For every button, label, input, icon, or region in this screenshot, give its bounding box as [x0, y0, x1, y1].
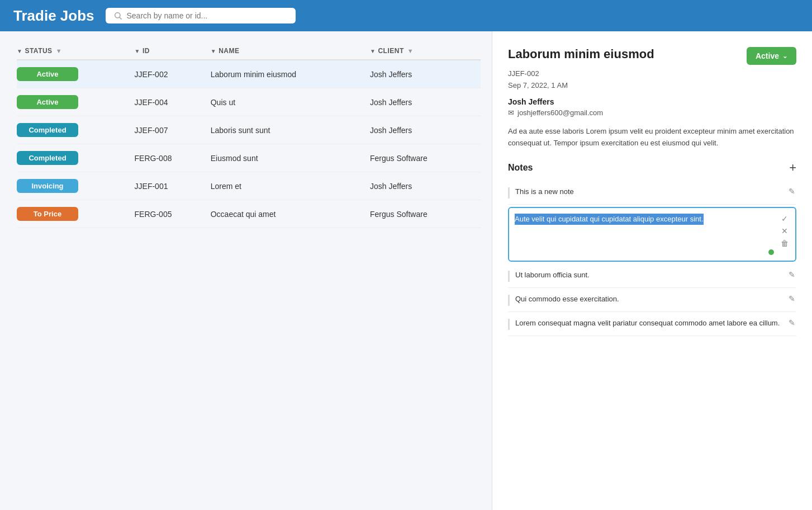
- table-row[interactable]: Completed FERG-008 Eiusmod sunt Fergus S…: [17, 144, 481, 172]
- detail-client-name: Josh Jeffers: [508, 97, 796, 106]
- note-edit-button[interactable]: ✎: [787, 318, 796, 328]
- row-id: FERG-005: [135, 200, 211, 228]
- col-client-label: CLIENT: [378, 47, 403, 55]
- col-name-label: NAME: [219, 47, 239, 55]
- search-bar[interactable]: [106, 8, 296, 23]
- note-item: Qui commodo esse exercitation. ✎: [508, 288, 796, 312]
- status-badge: Completed: [17, 151, 78, 165]
- note-delete-button[interactable]: 🗑: [780, 238, 790, 248]
- detail-date: Sep 7, 2022, 1 AM: [508, 81, 796, 89]
- note-bar: [508, 319, 510, 330]
- row-client: Josh Jeffers: [370, 88, 481, 116]
- svg-line-1: [120, 17, 122, 20]
- note-bar: [508, 271, 510, 282]
- note-actions: ✎: [787, 294, 796, 304]
- note-edit-button[interactable]: ✎: [787, 186, 796, 196]
- notes-header: Notes +: [508, 162, 796, 174]
- row-client: Josh Jeffers: [370, 116, 481, 144]
- note-indicator-dot: [768, 249, 774, 255]
- status-filter-icon[interactable]: ▼: [56, 48, 62, 54]
- note-text: Qui commodo esse exercitation.: [515, 294, 782, 305]
- email-icon: ✉: [508, 108, 514, 117]
- row-name: Lorem et: [211, 172, 370, 200]
- table-row[interactable]: Completed JJEF-007 Laboris sunt sunt Jos…: [17, 116, 481, 144]
- status-badge: Active: [17, 67, 78, 81]
- search-input[interactable]: [127, 11, 288, 20]
- note-item: This is a new note ✎: [508, 181, 796, 205]
- status-dropdown-button[interactable]: Active ⌄: [747, 47, 796, 65]
- row-name: Eiusmod sunt: [211, 144, 370, 172]
- note-bar: [508, 187, 510, 199]
- note-actions: ✎: [787, 186, 796, 196]
- client-sort-arrow: ▼: [370, 48, 376, 54]
- col-client[interactable]: ▼ CLIENT ▼: [370, 42, 481, 60]
- row-id: JJEF-007: [135, 116, 211, 144]
- note-actions: ✎: [787, 318, 796, 328]
- row-client: Josh Jeffers: [370, 60, 481, 88]
- note-text: Lorem consequat magna velit pariatur con…: [515, 318, 782, 329]
- note-text: Ut laborum officia sunt.: [515, 270, 782, 281]
- col-name[interactable]: ▼ NAME: [211, 42, 370, 60]
- row-name: Laborum minim eiusmod: [211, 60, 370, 88]
- chevron-down-icon: ⌄: [782, 53, 787, 60]
- table-row[interactable]: Invoicing JJEF-001 Lorem et Josh Jeffers: [17, 172, 481, 200]
- row-status: To Price: [17, 200, 135, 228]
- row-name: Quis ut: [211, 88, 370, 116]
- note-actions: ✎: [787, 270, 796, 280]
- row-status: Active: [17, 60, 135, 88]
- detail-client-email: ✉ joshjeffers600@gmail.com: [508, 108, 796, 117]
- table-row[interactable]: To Price FERG-005 Occaecat qui amet Ferg…: [17, 200, 481, 228]
- row-client: Josh Jeffers: [370, 172, 481, 200]
- search-icon: [113, 11, 122, 20]
- note-edit-area: Aute velit qui cupidatat qui cupidatat a…: [515, 214, 774, 255]
- job-table: ▼ STATUS ▼ ▼ ID ▼ NA: [17, 42, 481, 228]
- status-badge: Active: [17, 95, 78, 109]
- table-row[interactable]: Active JJEF-004 Quis ut Josh Jeffers: [17, 88, 481, 116]
- status-sort-arrow: ▼: [17, 48, 22, 54]
- table-row[interactable]: Active JJEF-002 Laborum minim eiusmod Jo…: [17, 60, 481, 88]
- notes-list: This is a new note ✎ Aute velit qui cupi…: [508, 181, 796, 336]
- col-id[interactable]: ▼ ID: [135, 42, 211, 60]
- name-sort-arrow: ▼: [211, 48, 216, 54]
- status-badge: To Price: [17, 207, 78, 221]
- add-note-button[interactable]: +: [789, 162, 796, 174]
- app-title: Tradie Jobs: [13, 7, 94, 25]
- row-id: JJEF-004: [135, 88, 211, 116]
- table-header-row: ▼ STATUS ▼ ▼ ID ▼ NA: [17, 42, 481, 60]
- col-id-label: ID: [143, 47, 150, 55]
- note-text: This is a new note: [515, 186, 782, 197]
- svg-point-0: [115, 13, 120, 18]
- row-name: Occaecat qui amet: [211, 200, 370, 228]
- row-name: Laboris sunt sunt: [211, 116, 370, 144]
- note-cancel-button[interactable]: ✕: [780, 226, 790, 236]
- detail-header: Laborum minim eiusmod Active ⌄: [508, 47, 796, 65]
- row-id: FERG-008: [135, 144, 211, 172]
- status-badge: Invoicing: [17, 179, 78, 193]
- client-filter-icon[interactable]: ▼: [407, 48, 414, 54]
- note-textarea[interactable]: Aute velit qui cupidatat qui cupidatat a…: [515, 214, 774, 253]
- row-status: Active: [17, 88, 135, 116]
- notes-title: Notes: [508, 163, 533, 173]
- note-edit-button[interactable]: ✎: [787, 270, 796, 280]
- note-item: Ut laborum officia sunt. ✎: [508, 264, 796, 288]
- row-id: JJEF-001: [135, 172, 211, 200]
- row-id: JJEF-002: [135, 60, 211, 88]
- status-badge: Completed: [17, 123, 78, 137]
- detail-panel: Laborum minim eiusmod Active ⌄ JJEF-002 …: [492, 31, 812, 510]
- job-list-panel: ▼ STATUS ▼ ▼ ID ▼ NA: [0, 31, 492, 510]
- id-sort-arrow: ▼: [135, 48, 140, 54]
- row-status: Invoicing: [17, 172, 135, 200]
- client-email-text: joshjeffers600@gmail.com: [517, 108, 603, 117]
- note-confirm-button[interactable]: ✓: [780, 214, 790, 224]
- note-item: Lorem consequat magna velit pariatur con…: [508, 312, 796, 336]
- detail-title: Laborum minim eiusmod: [508, 47, 654, 62]
- note-bar: [508, 295, 510, 306]
- note-edit-button[interactable]: ✎: [787, 294, 796, 304]
- row-client: Fergus Software: [370, 200, 481, 228]
- col-status[interactable]: ▼ STATUS ▼: [17, 42, 135, 60]
- app-header: Tradie Jobs: [0, 0, 812, 31]
- row-status: Completed: [17, 116, 135, 144]
- main-layout: ▼ STATUS ▼ ▼ ID ▼ NA: [0, 31, 812, 510]
- status-dropdown-label: Active: [756, 51, 779, 60]
- row-status: Completed: [17, 144, 135, 172]
